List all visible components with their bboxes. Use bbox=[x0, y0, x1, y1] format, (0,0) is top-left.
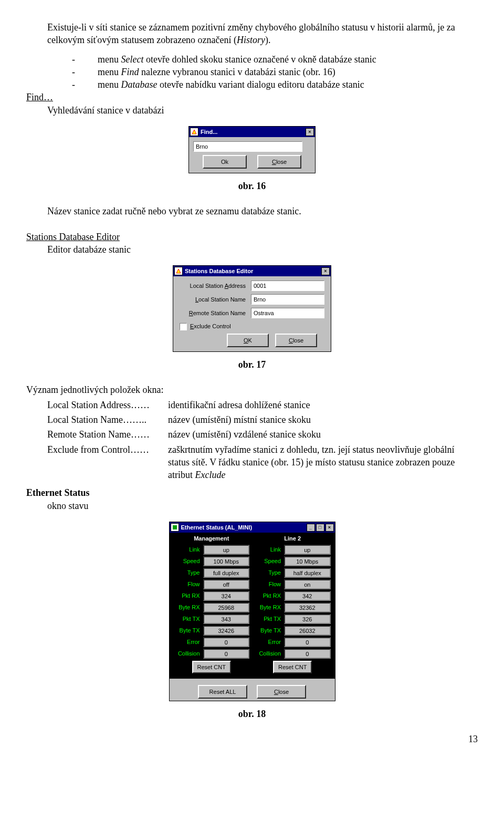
heading-sde: Stations Database Editor bbox=[26, 231, 478, 243]
exclude-control-checkbox[interactable] bbox=[180, 323, 187, 330]
svg-marker-1 bbox=[176, 269, 181, 273]
text-sde-sub: Editor databáze stanic bbox=[26, 243, 478, 256]
close-icon[interactable]: × bbox=[306, 128, 314, 136]
bullet-database: - menu Database otevře nabídku variant d… bbox=[26, 78, 478, 91]
local-station-name-input[interactable]: Brno bbox=[251, 294, 324, 305]
close-icon[interactable]: × bbox=[326, 524, 334, 532]
ethernet-status-dialog: Ethernet Status (AL_MINI) _ □ × Manageme… bbox=[169, 522, 335, 701]
stations-db-editor-dialog: Stations Database Editor × Local Station… bbox=[173, 265, 331, 352]
app-icon bbox=[171, 523, 179, 532]
maximize-icon[interactable]: □ bbox=[316, 524, 324, 532]
close-button[interactable]: Close bbox=[257, 155, 301, 169]
eth-col1-head: Management bbox=[174, 535, 250, 543]
close-button[interactable]: Close bbox=[257, 685, 306, 699]
meaning-row: Exclude from Control……zaškrtnutím vyřadí… bbox=[47, 443, 478, 482]
local-station-address-input[interactable]: 0001 bbox=[251, 280, 324, 291]
meaning-row: Remote Station Name……název (umístění) vz… bbox=[47, 428, 478, 441]
ok-button[interactable]: OK bbox=[227, 334, 269, 347]
minimize-icon[interactable]: _ bbox=[307, 524, 315, 532]
page-number: 13 bbox=[26, 733, 478, 745]
svg-marker-0 bbox=[192, 130, 196, 134]
find-dialog: Find... × Brno Ok Close bbox=[188, 126, 316, 173]
svg-rect-2 bbox=[173, 525, 177, 529]
meaning-row: Local Station Name……..název (umístění) m… bbox=[47, 413, 478, 426]
reset-all-button[interactable]: Reset ALL bbox=[198, 685, 247, 699]
text-after-find: Název stanice zadat ručně nebo vybrat ze… bbox=[26, 205, 478, 217]
ok-button[interactable]: Ok bbox=[203, 155, 247, 169]
close-icon[interactable]: × bbox=[321, 267, 330, 275]
meaning-row: Local Station Address……identifikační adr… bbox=[47, 399, 478, 411]
find-input[interactable]: Brno bbox=[193, 141, 302, 152]
find-dialog-title: Find... bbox=[201, 128, 306, 136]
reset-cnt-button[interactable]: Reset CNT bbox=[273, 661, 312, 673]
para-history: Existuje-li v síti stanice se záznamem p… bbox=[26, 21, 478, 47]
caption-16: obr. 16 bbox=[26, 180, 478, 192]
warning-icon bbox=[190, 128, 198, 136]
eth-col2-head: Line 2 bbox=[255, 535, 331, 543]
sde-title: Stations Database Editor bbox=[185, 267, 321, 275]
reset-cnt-button[interactable]: Reset CNT bbox=[192, 661, 231, 673]
text-find-sub: Vyhledávání stanice v databázi bbox=[26, 104, 478, 117]
caption-17: obr. 17 bbox=[26, 358, 478, 371]
heading-find: Find… bbox=[26, 91, 478, 103]
close-button[interactable]: Close bbox=[275, 334, 317, 347]
remote-station-name-input[interactable]: Ostrava bbox=[251, 308, 324, 318]
bullet-select: - menu Select otevře dohled skoku stanic… bbox=[26, 53, 478, 66]
app-icon bbox=[174, 267, 183, 275]
eth-title: Ethernet Status (AL_MINI) bbox=[181, 524, 307, 532]
caption-18: obr. 18 bbox=[26, 708, 478, 720]
meaning-title: Význam jednotlivých položek okna: bbox=[26, 383, 478, 396]
heading-ethernet: Ethernet Status bbox=[26, 486, 478, 499]
text-eth-sub: okno stavu bbox=[26, 500, 478, 512]
bullet-find: - menu Find nalezne vybranou stanici v d… bbox=[26, 66, 478, 78]
